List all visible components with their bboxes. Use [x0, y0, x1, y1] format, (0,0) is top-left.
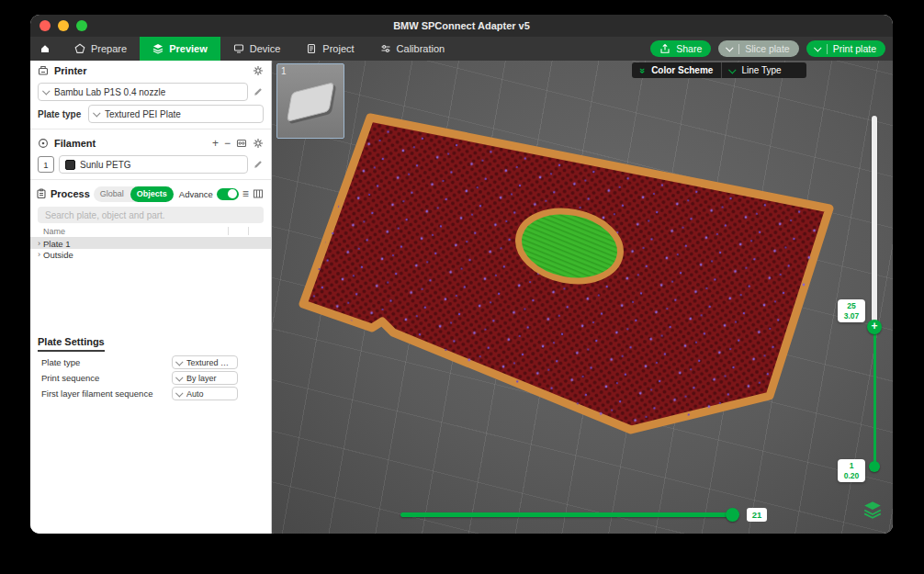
top-layer-badge: 25 3.07 [838, 299, 865, 322]
section-divider [30, 179, 271, 180]
bottom-layer-height: 0.20 [844, 471, 860, 481]
layer-range-slider[interactable]: + 25 3.07 1 0.20 [869, 116, 880, 476]
tab-prepare[interactable]: Prepare [62, 37, 140, 61]
layer-slider-top-handle[interactable]: + [867, 320, 882, 334]
setting-value: Textured PEI ... [186, 358, 232, 367]
section-divider [30, 129, 271, 129]
tab-preview[interactable]: Preview [140, 37, 220, 61]
filament-color-swatch [65, 160, 75, 170]
minimize-button[interactable] [58, 20, 69, 31]
bottom-layer-number: 1 [850, 461, 854, 471]
ps-plate-type-select[interactable]: Textured PEI ... [172, 355, 238, 369]
chevron-down-icon [175, 358, 183, 366]
tab-label: Preview [169, 43, 208, 54]
close-button[interactable] [39, 20, 51, 31]
tree-item-label: Outside [43, 250, 73, 260]
plate-thumbnail-preview [287, 82, 334, 122]
filament-row: 1 Sunlu PETG [30, 153, 271, 175]
plate-settings-title: Plate Settings [38, 336, 105, 352]
search-input[interactable] [38, 207, 264, 223]
plate-type-value: Textured PEI Plate [105, 109, 181, 119]
move-slider-handle[interactable] [726, 508, 739, 522]
expand-caret-icon[interactable]: › [38, 240, 40, 248]
printer-select[interactable]: Bambu Lab P1S 0.4 nozzle [38, 83, 248, 101]
printer-icon [38, 65, 49, 76]
chevron-down-icon [42, 87, 50, 95]
chevron-down-icon [728, 66, 736, 73]
plate-settings-panel: Plate Settings Plate type Textured PEI .… [30, 332, 271, 401]
plate-type-select[interactable]: Textured PEI Plate [88, 105, 264, 123]
line-type-value: Line Type [741, 65, 781, 75]
plate-number: 1 [281, 66, 287, 76]
process-global-tab[interactable]: Global [94, 186, 130, 202]
plate-thumbnail[interactable]: 1 [276, 63, 344, 139]
layer-slider-bottom-handle[interactable] [869, 461, 880, 472]
fullscreen-button[interactable] [76, 20, 87, 31]
setting-label: Plate type [41, 357, 172, 367]
list-view-icon[interactable]: ≡ [242, 188, 249, 199]
plate-type-label: Plate type [38, 109, 84, 119]
ps-first-layer-filament-select[interactable]: Auto [172, 387, 238, 400]
layer-slider-track[interactable] [872, 116, 877, 325]
tab-project[interactable]: Project [293, 37, 366, 61]
tab-label: Project [322, 43, 354, 54]
setting-label: First layer filament sequence [41, 388, 172, 399]
move-step-slider[interactable]: 21 [400, 508, 777, 522]
sliced-model-scene[interactable] [272, 61, 893, 534]
top-layer-number: 25 [847, 301, 855, 311]
home-button[interactable] [30, 37, 62, 61]
filament-select-value: Sunlu PETG [80, 160, 131, 170]
slice-plate-button[interactable]: Slice plate [718, 40, 798, 57]
calibration-icon [380, 43, 391, 54]
process-section-header: Process Global Objects Advance ≡ [30, 184, 271, 204]
top-layer-height: 3.07 [844, 311, 860, 321]
color-scheme-label: Color Scheme [651, 65, 713, 75]
printer-gear-icon[interactable] [253, 65, 264, 76]
line-type-dropdown[interactable]: Line Type [721, 62, 806, 78]
filament-slot-number[interactable]: 1 [38, 156, 54, 173]
device-icon [233, 43, 244, 54]
chevron-down-icon[interactable] [726, 44, 733, 51]
process-objects-tab[interactable]: Objects [130, 186, 174, 202]
params-view-icon[interactable] [253, 188, 264, 199]
print-plate-button[interactable]: Print plate [806, 40, 885, 57]
filament-edit-icon[interactable] [253, 159, 264, 170]
tree-item-plate-1[interactable]: › Plate 1 [30, 238, 271, 249]
viewport-3d[interactable]: 1 » Color Scheme Line Type + 2 [272, 61, 893, 534]
slice-plate-label: Slice plate [745, 43, 789, 54]
chevron-down-icon[interactable] [814, 44, 821, 51]
tab-actions: Share Slice plate Print plate [650, 40, 885, 57]
setting-label: Print sequence [41, 373, 172, 383]
prepare-icon [74, 43, 85, 54]
filament-spool-icon [38, 138, 49, 149]
ams-icon[interactable] [236, 138, 247, 149]
filament-gear-icon[interactable] [253, 138, 264, 149]
button-divider [738, 44, 739, 54]
share-label: Share [676, 43, 702, 54]
tab-device[interactable]: Device [220, 37, 294, 61]
chevron-down-icon [175, 374, 183, 381]
plate-settings-row: Print sequence By layer [30, 370, 271, 386]
printer-select-value: Bambu Lab P1S 0.4 nozzle [54, 87, 165, 97]
project-icon [306, 43, 317, 54]
bottom-layer-badge: 1 0.20 [838, 459, 865, 482]
move-slider-track[interactable] [400, 512, 733, 517]
filament-select[interactable]: Sunlu PETG [59, 155, 248, 174]
setting-value: Auto [186, 389, 204, 399]
color-scheme-button[interactable]: » Color Scheme [632, 62, 721, 78]
remove-filament-button[interactable]: − [224, 138, 231, 149]
expand-caret-icon[interactable]: › [38, 251, 40, 259]
print-plate-label: Print plate [833, 43, 876, 54]
setting-value: By layer [186, 374, 217, 383]
layers-stack-icon[interactable] [862, 500, 883, 520]
add-filament-button[interactable]: + [212, 138, 219, 149]
ps-print-sequence-select[interactable]: By layer [172, 371, 238, 385]
tree-item-outside[interactable]: › Outside [30, 249, 271, 260]
printer-edit-icon[interactable] [253, 86, 264, 97]
sidebar: Printer Bambu Lab P1S 0.4 nozzle Plate t… [30, 61, 272, 534]
tab-calibration[interactable]: Calibration [367, 37, 458, 61]
share-icon [659, 43, 670, 54]
advance-toggle[interactable] [217, 188, 239, 200]
printer-section-title: Printer [54, 65, 86, 76]
share-button[interactable]: Share [650, 40, 711, 57]
